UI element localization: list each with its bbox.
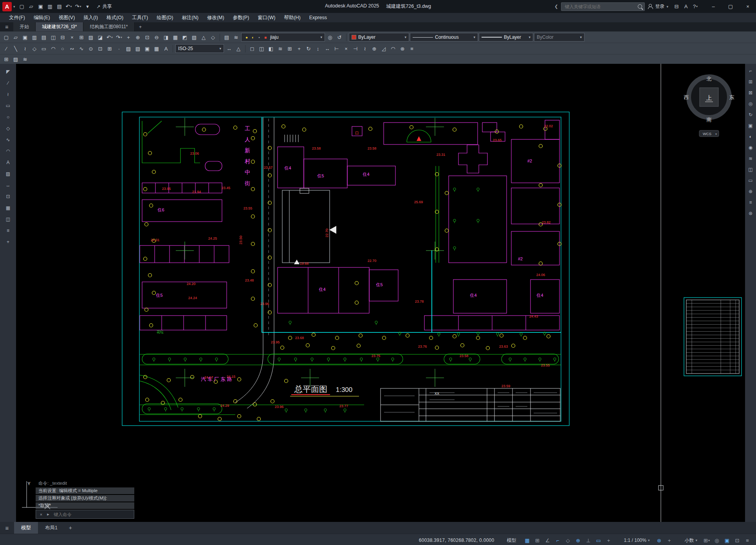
redo-icon[interactable]: ↷▾ [74, 2, 83, 11]
tool-palettes-icon[interactable]: ◩ [180, 33, 189, 42]
circle-icon[interactable]: ○ [58, 44, 67, 53]
osnap-icon[interactable]: ⊕ [574, 536, 583, 545]
annotation-scale-icon[interactable]: ⊛ [654, 536, 664, 545]
plot-preview-icon[interactable]: ◫ [49, 33, 58, 42]
publish-icon[interactable]: ⊟ [58, 33, 67, 42]
zoom-realtime-icon[interactable]: ⊕ [134, 33, 142, 42]
tab-layout1[interactable]: 布局1 [38, 522, 65, 534]
fillet-icon[interactable]: ◠ [389, 44, 397, 53]
search-box[interactable] [561, 2, 645, 11]
trim-icon[interactable]: × [342, 44, 350, 53]
construction-line-icon[interactable]: ╲ [11, 44, 20, 53]
isolate-objects-icon[interactable]: ◎ [712, 536, 722, 545]
layer-lock-icon[interactable]: ▪ [256, 34, 262, 40]
menu-item-9[interactable]: 参数(P) [229, 13, 254, 22]
color-combo[interactable]: ByLayer [349, 33, 409, 42]
break-icon[interactable]: ≀ [361, 44, 369, 53]
polar-tracking-icon[interactable]: ◇ [563, 536, 573, 545]
menu-item-10[interactable]: 窗口(W) [253, 13, 280, 22]
show-panel-icon[interactable]: ⊕ [747, 188, 754, 195]
undo-icon[interactable]: ↶▾ [105, 33, 114, 42]
paste-icon[interactable]: ▨ [87, 33, 95, 42]
rectangle-tool-icon[interactable]: ▭ [4, 102, 12, 110]
add-scales-icon[interactable]: + [664, 536, 674, 545]
compass-north-label[interactable]: 北 [707, 76, 712, 82]
plotstyle-combo[interactable]: ByColor [534, 33, 585, 42]
save-icon[interactable]: ▣ [36, 2, 45, 11]
lengthen-icon[interactable]: ⊢ [332, 44, 341, 53]
join-icon[interactable]: ⊕ [370, 44, 379, 53]
layers-tool-icon[interactable]: ≡ [4, 227, 12, 235]
explode-icon[interactable]: ⊗ [398, 44, 407, 53]
menu-item-7[interactable]: 标注(N) [178, 13, 203, 22]
window-close-button[interactable]: × [740, 0, 756, 13]
chamfer-icon[interactable]: ◿ [379, 44, 388, 53]
hatch-icon[interactable]: ▨ [124, 44, 133, 53]
strip-settings-icon[interactable]: ⊛ [747, 209, 754, 217]
model-space-button[interactable]: 模型 [503, 537, 520, 544]
lineweight-combo[interactable]: ByLayer [479, 33, 533, 42]
dwg-compare-icon[interactable]: ⊞ [2, 55, 11, 63]
render-icon[interactable]: ◐ [747, 133, 754, 141]
erase-icon[interactable]: ◻ [248, 44, 256, 53]
measure-icon[interactable]: ⌐ [747, 67, 754, 75]
units-combo[interactable]: 小数 [682, 537, 700, 544]
add-tool-icon[interactable]: + [4, 238, 12, 246]
point-icon[interactable]: · [115, 44, 123, 53]
layer-properties-icon[interactable]: ▤ [222, 33, 231, 42]
table-tool-icon[interactable]: ▦ [4, 204, 12, 212]
menu-item-8[interactable]: 修改(M) [203, 13, 229, 22]
revision-cloud-icon[interactable]: ∾ [68, 44, 76, 53]
hardware-acceleration-icon[interactable]: ▣ [722, 536, 732, 545]
polyline-icon[interactable]: ≀ [21, 44, 29, 53]
grid-icon[interactable]: ▦ [523, 536, 532, 545]
cut-icon[interactable]: × [68, 33, 76, 42]
spline-tool-icon[interactable]: ∿ [4, 136, 12, 144]
menu-item-5[interactable]: 工具(T) [128, 13, 152, 22]
align-icon[interactable]: ≡ [408, 44, 416, 53]
markup-import-icon[interactable]: ≋ [21, 55, 29, 63]
file-tab-menu-icon[interactable]: ≡ [0, 22, 13, 31]
region-icon[interactable]: ▣ [143, 44, 152, 53]
rectangle-icon[interactable]: ▭ [40, 44, 48, 53]
compass-east-label[interactable]: 东 [729, 94, 734, 100]
menu-item-0[interactable]: 文件(F) [5, 13, 29, 22]
linetype-combo[interactable]: Continuous [410, 33, 478, 42]
compass-up-label[interactable]: 上 [706, 94, 712, 101]
menu-item-4[interactable]: 格式(O) [102, 13, 128, 22]
file-tab-0[interactable]: 开始 [13, 22, 36, 31]
polygon-icon[interactable]: ◇ [30, 44, 39, 53]
section-icon[interactable]: ▣ [747, 122, 754, 130]
layer-make-current-icon[interactable]: ◎ [326, 33, 334, 42]
layout-menu-icon[interactable]: ≡ [0, 522, 14, 534]
customization-icon[interactable]: ≡ [743, 536, 752, 545]
menu-item-2[interactable]: 视图(V) [54, 13, 79, 22]
scale-icon[interactable]: ↕ [314, 44, 322, 53]
line-icon[interactable]: ∕ [2, 44, 11, 53]
search-input[interactable] [564, 4, 635, 9]
command-line-panel[interactable]: 命令: _textedit当前设置: 编辑模式 = Multiple选择注释对象… [36, 479, 134, 519]
menu-item-11[interactable]: 帮助(H) [280, 13, 305, 22]
design-center-icon[interactable]: ▦ [171, 33, 180, 42]
logo-caret-icon[interactable]: ▾ [13, 5, 15, 9]
menu-item-1[interactable]: 编辑(E) [29, 13, 54, 22]
signin-button[interactable]: 登录 ▾ [648, 3, 669, 10]
text-icon[interactable]: A [162, 44, 170, 53]
offset-icon[interactable]: ≋ [276, 44, 285, 53]
qat-customize-icon[interactable]: ▾ [83, 2, 92, 11]
open-file-icon[interactable]: ▱ [27, 2, 36, 11]
table-icon[interactable]: ▦ [152, 44, 161, 53]
autodesk-access-icon[interactable]: A [682, 2, 690, 11]
compass-south-label[interactable]: 南 [707, 117, 712, 123]
block-editor-icon[interactable]: ◇ [209, 33, 217, 42]
annotate-icon[interactable]: △ [234, 44, 243, 53]
recent-commands-icon[interactable]: ▸ [45, 511, 51, 518]
close-commandline-icon[interactable]: × [38, 511, 44, 518]
ellipse-icon[interactable]: ⊙ [87, 44, 95, 53]
gradient-icon[interactable]: ▧ [134, 44, 142, 53]
zoom-previous-icon[interactable]: ⊖ [152, 33, 161, 42]
move-icon[interactable]: + [295, 44, 303, 53]
markup-icon[interactable]: △ [199, 33, 208, 42]
linear-dimension-icon[interactable]: ↔ [225, 44, 233, 53]
arc-tool-icon[interactable]: ◠ [4, 147, 12, 155]
